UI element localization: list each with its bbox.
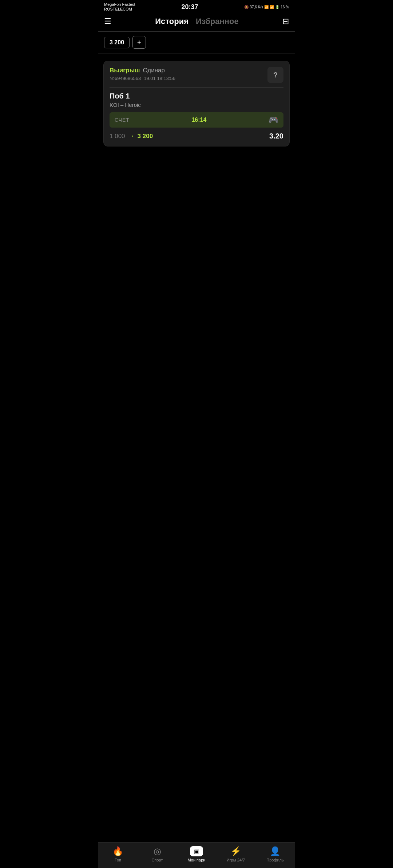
mybets-icon-box: ▣ [190, 846, 203, 856]
nav-item-mybets[interactable]: ▣ Мои пари [186, 846, 207, 862]
mybets-icon: ▣ [194, 848, 199, 855]
battery-percent: 16 % [281, 5, 289, 9]
bottom-nav: 🔥 Топ ◎ Спорт ▣ Мои пари ⚡ Игры 24/7 👤 П… [98, 842, 295, 868]
status-icons: 🔕 37,6 K/s 📶 📶 🔋 16 % [244, 5, 289, 9]
question-icon: ? [273, 71, 278, 79]
nav-label-mybets: Мои пари [188, 858, 206, 862]
bet-score-value: 16:14 [191, 117, 206, 123]
header: ☰ История Избранное ⊟ [98, 13, 295, 31]
lightning-icon: ⚡ [230, 846, 241, 856]
settings-icon[interactable]: ⊟ [282, 17, 289, 26]
tab-favorites[interactable]: Избранное [196, 17, 239, 26]
nav-item-sport[interactable]: ◎ Спорт [146, 846, 168, 862]
nav-label-top: Топ [115, 858, 121, 862]
nav-label-sport: Спорт [152, 858, 163, 862]
carrier-name: MegaFon Fastest [104, 2, 135, 7]
add-funds-button[interactable]: + [132, 36, 146, 49]
bet-card: Выигрыш Одинар №6949686563 19.01 18:13:5… [103, 61, 290, 146]
bet-id: №6949686563 [110, 76, 141, 81]
status-time: 20:37 [182, 3, 198, 11]
bet-status-win: Выигрыш [110, 67, 140, 74]
bet-status-line: Выигрыш Одинар [110, 67, 175, 74]
bet-help-button[interactable]: ? [267, 67, 283, 83]
carrier-info: MegaFon Fastest ROSTELECOM [104, 2, 135, 12]
speed-indicator: 37,6 K/s [250, 5, 263, 9]
balance-amount: 3 200 [104, 37, 130, 48]
battery-icon: 🔋 [275, 5, 279, 9]
bet-odds: 3.20 [269, 132, 283, 140]
bet-inner-divider [110, 87, 283, 88]
carrier-name2: ROSTELECOM [104, 7, 135, 12]
bet-arrow: → [128, 132, 135, 140]
wifi-icon: 📶 [264, 5, 269, 9]
nav-item-games[interactable]: ⚡ Игры 24/7 [225, 846, 247, 862]
bet-id-date-row: №6949686563 19.01 18:13:56 [110, 76, 175, 81]
bet-status-row: Выигрыш Одинар №6949686563 19.01 18:13:5… [110, 67, 175, 81]
gamepad-icon: 🎮 [269, 115, 278, 125]
signal-icon: 📶 [270, 5, 274, 9]
bet-teams: KOI – Heroic [110, 102, 283, 108]
flame-icon: 🔥 [112, 846, 123, 856]
bet-type: Одинар [143, 67, 165, 74]
bet-card-header: Выигрыш Одинар №6949686563 19.01 18:13:5… [110, 67, 283, 83]
sport-icon: ◎ [154, 846, 161, 856]
profile-icon: 👤 [270, 846, 281, 856]
menu-icon[interactable]: ☰ [104, 17, 111, 26]
mute-icon: 🔕 [244, 5, 249, 9]
header-tabs: История Избранное [155, 17, 239, 26]
nav-item-top[interactable]: 🔥 Топ [107, 846, 129, 862]
nav-item-profile[interactable]: 👤 Профиль [264, 846, 286, 862]
bet-outcome: Поб 1 [110, 92, 283, 100]
nav-label-profile: Профиль [266, 858, 284, 862]
balance-divider [98, 53, 295, 53]
nav-label-games: Игры 24/7 [227, 858, 245, 862]
bet-amount-from: 1 000 [110, 133, 125, 140]
tab-history[interactable]: История [155, 17, 188, 26]
status-bar: MegaFon Fastest ROSTELECOM 20:37 🔕 37,6 … [98, 0, 295, 13]
balance-bar: 3 200 + [98, 32, 295, 53]
bet-score-label: СЧЕТ [115, 117, 130, 123]
bet-amount-to: 3 200 [138, 133, 153, 140]
bet-amounts-left: 1 000 → 3 200 [110, 132, 153, 140]
bet-score-row: СЧЕТ 16:14 🎮 [110, 112, 283, 128]
bet-amounts-row: 1 000 → 3 200 3.20 [110, 132, 283, 140]
bet-date: 19.01 18:13:56 [144, 76, 175, 81]
